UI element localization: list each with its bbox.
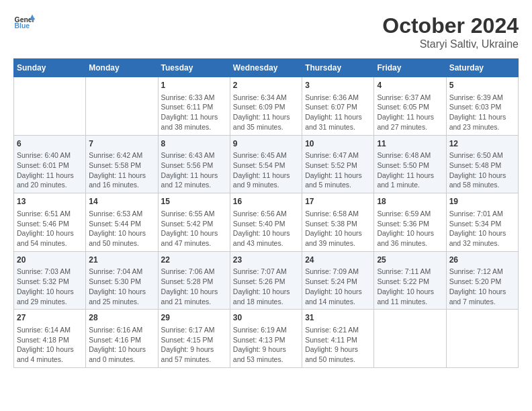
calendar-cell: 27Sunrise: 6:14 AMSunset: 4:18 PMDayligh… <box>14 310 86 368</box>
calendar-cell: 15Sunrise: 6:55 AMSunset: 5:42 PMDayligh… <box>158 193 230 252</box>
day-number: 28 <box>89 312 154 324</box>
day-number: 9 <box>233 138 299 150</box>
day-number: 13 <box>17 196 83 208</box>
day-info: Sunrise: 7:07 AMSunset: 5:26 PMDaylight:… <box>233 267 299 306</box>
logo-icon: General Blue <box>13 13 35 32</box>
day-info: Sunrise: 6:37 AMSunset: 6:05 PMDaylight:… <box>377 93 443 132</box>
day-number: 20 <box>17 255 83 266</box>
day-info: Sunrise: 7:01 AMSunset: 5:34 PMDaylight:… <box>449 209 515 248</box>
calendar-cell: 1Sunrise: 6:33 AMSunset: 6:11 PMDaylight… <box>158 77 230 136</box>
day-number: 3 <box>305 80 371 91</box>
day-number: 5 <box>449 80 515 91</box>
location-subtitle: Staryi Saltiv, Ukraine <box>382 38 519 50</box>
calendar-cell: 22Sunrise: 7:06 AMSunset: 5:28 PMDayligh… <box>158 251 230 310</box>
day-info: Sunrise: 7:12 AMSunset: 5:20 PMDaylight:… <box>449 267 515 306</box>
weekday-header-friday: Friday <box>374 59 446 77</box>
day-info: Sunrise: 6:45 AMSunset: 5:54 PMDaylight:… <box>233 150 299 190</box>
month-year-title: October 2024 <box>382 13 519 38</box>
calendar-week-4: 20Sunrise: 7:03 AMSunset: 5:32 PMDayligh… <box>14 251 519 310</box>
calendar-cell: 9Sunrise: 6:45 AMSunset: 5:54 PMDaylight… <box>230 135 302 193</box>
day-number: 12 <box>449 138 515 150</box>
calendar-week-5: 27Sunrise: 6:14 AMSunset: 4:18 PMDayligh… <box>14 310 519 368</box>
day-info: Sunrise: 6:47 AMSunset: 5:52 PMDaylight:… <box>305 150 371 190</box>
day-number: 16 <box>233 196 299 208</box>
calendar-cell: 6Sunrise: 6:40 AMSunset: 6:01 PMDaylight… <box>14 135 86 193</box>
day-info: Sunrise: 6:48 AMSunset: 5:50 PMDaylight:… <box>377 150 443 190</box>
calendar-cell: 17Sunrise: 6:58 AMSunset: 5:38 PMDayligh… <box>302 193 374 252</box>
calendar-cell: 2Sunrise: 6:34 AMSunset: 6:09 PMDaylight… <box>230 77 302 136</box>
calendar-header-row: SundayMondayTuesdayWednesdayThursdayFrid… <box>14 59 519 77</box>
calendar-cell: 3Sunrise: 6:36 AMSunset: 6:07 PMDaylight… <box>302 77 374 136</box>
day-info: Sunrise: 6:21 AMSunset: 4:11 PMDaylight:… <box>305 325 371 365</box>
day-number: 1 <box>161 80 227 91</box>
day-number: 4 <box>377 80 443 91</box>
weekday-header-saturday: Saturday <box>446 59 518 77</box>
weekday-header-sunday: Sunday <box>14 59 86 77</box>
day-info: Sunrise: 6:36 AMSunset: 6:07 PMDaylight:… <box>305 93 371 132</box>
day-info: Sunrise: 6:33 AMSunset: 6:11 PMDaylight:… <box>161 93 227 132</box>
calendar-cell: 19Sunrise: 7:01 AMSunset: 5:34 PMDayligh… <box>446 193 518 252</box>
day-info: Sunrise: 6:58 AMSunset: 5:38 PMDaylight:… <box>305 209 371 248</box>
calendar-cell: 13Sunrise: 6:51 AMSunset: 5:46 PMDayligh… <box>14 193 86 252</box>
svg-text:Blue: Blue <box>15 22 30 30</box>
day-info: Sunrise: 6:16 AMSunset: 4:16 PMDaylight:… <box>89 325 154 365</box>
weekday-header-tuesday: Tuesday <box>158 59 230 77</box>
calendar-cell: 30Sunrise: 6:19 AMSunset: 4:13 PMDayligh… <box>230 310 302 368</box>
calendar-cell: 25Sunrise: 7:11 AMSunset: 5:22 PMDayligh… <box>374 251 446 310</box>
day-info: Sunrise: 7:06 AMSunset: 5:28 PMDaylight:… <box>161 267 227 306</box>
calendar-week-3: 13Sunrise: 6:51 AMSunset: 5:46 PMDayligh… <box>14 193 519 252</box>
day-number: 2 <box>233 80 299 91</box>
day-number: 18 <box>377 196 443 208</box>
calendar-cell: 28Sunrise: 6:16 AMSunset: 4:16 PMDayligh… <box>86 310 158 368</box>
day-info: Sunrise: 6:17 AMSunset: 4:15 PMDaylight:… <box>161 325 227 365</box>
calendar-cell: 14Sunrise: 6:53 AMSunset: 5:44 PMDayligh… <box>86 193 158 252</box>
day-info: Sunrise: 6:40 AMSunset: 6:01 PMDaylight:… <box>17 150 83 190</box>
calendar-cell: 26Sunrise: 7:12 AMSunset: 5:20 PMDayligh… <box>446 251 518 310</box>
day-number: 23 <box>233 255 299 266</box>
calendar-table: SundayMondayTuesdayWednesdayThursdayFrid… <box>13 58 519 368</box>
day-info: Sunrise: 6:53 AMSunset: 5:44 PMDaylight:… <box>89 209 154 248</box>
day-info: Sunrise: 6:39 AMSunset: 6:03 PMDaylight:… <box>449 93 515 132</box>
day-number: 27 <box>17 312 83 324</box>
day-number: 15 <box>161 196 227 208</box>
weekday-header-monday: Monday <box>86 59 158 77</box>
page-header: General Blue October 2024 Staryi Saltiv,… <box>13 13 519 50</box>
calendar-cell: 23Sunrise: 7:07 AMSunset: 5:26 PMDayligh… <box>230 251 302 310</box>
calendar-cell: 10Sunrise: 6:47 AMSunset: 5:52 PMDayligh… <box>302 135 374 193</box>
day-number: 10 <box>305 138 371 150</box>
calendar-cell: 8Sunrise: 6:43 AMSunset: 5:56 PMDaylight… <box>158 135 230 193</box>
day-info: Sunrise: 6:56 AMSunset: 5:40 PMDaylight:… <box>233 209 299 248</box>
day-number: 24 <box>305 255 371 266</box>
day-info: Sunrise: 6:55 AMSunset: 5:42 PMDaylight:… <box>161 209 227 248</box>
calendar-cell: 4Sunrise: 6:37 AMSunset: 6:05 PMDaylight… <box>374 77 446 136</box>
day-info: Sunrise: 6:19 AMSunset: 4:13 PMDaylight:… <box>233 325 299 365</box>
day-info: Sunrise: 7:11 AMSunset: 5:22 PMDaylight:… <box>377 267 443 306</box>
calendar-week-1: 1Sunrise: 6:33 AMSunset: 6:11 PMDaylight… <box>14 77 519 136</box>
day-info: Sunrise: 6:59 AMSunset: 5:36 PMDaylight:… <box>377 209 443 248</box>
day-info: Sunrise: 7:04 AMSunset: 5:30 PMDaylight:… <box>89 267 154 306</box>
day-number: 31 <box>305 312 371 324</box>
day-number: 6 <box>17 138 83 150</box>
calendar-cell: 11Sunrise: 6:48 AMSunset: 5:50 PMDayligh… <box>374 135 446 193</box>
calendar-week-2: 6Sunrise: 6:40 AMSunset: 6:01 PMDaylight… <box>14 135 519 193</box>
day-number: 22 <box>161 255 227 266</box>
day-number: 17 <box>305 196 371 208</box>
calendar-cell: 31Sunrise: 6:21 AMSunset: 4:11 PMDayligh… <box>302 310 374 368</box>
day-info: Sunrise: 7:03 AMSunset: 5:32 PMDaylight:… <box>17 267 83 306</box>
calendar-cell <box>374 310 446 368</box>
day-number: 26 <box>449 255 515 266</box>
day-info: Sunrise: 7:09 AMSunset: 5:24 PMDaylight:… <box>305 267 371 306</box>
calendar-cell: 18Sunrise: 6:59 AMSunset: 5:36 PMDayligh… <box>374 193 446 252</box>
day-info: Sunrise: 6:51 AMSunset: 5:46 PMDaylight:… <box>17 209 83 248</box>
calendar-cell: 20Sunrise: 7:03 AMSunset: 5:32 PMDayligh… <box>14 251 86 310</box>
calendar-cell: 24Sunrise: 7:09 AMSunset: 5:24 PMDayligh… <box>302 251 374 310</box>
calendar-cell: 12Sunrise: 6:50 AMSunset: 5:48 PMDayligh… <box>446 135 518 193</box>
day-number: 25 <box>377 255 443 266</box>
day-number: 30 <box>233 312 299 324</box>
day-number: 19 <box>449 196 515 208</box>
calendar-cell: 29Sunrise: 6:17 AMSunset: 4:15 PMDayligh… <box>158 310 230 368</box>
day-info: Sunrise: 6:42 AMSunset: 5:58 PMDaylight:… <box>89 150 154 190</box>
calendar-cell <box>86 77 158 136</box>
calendar-cell <box>446 310 518 368</box>
weekday-header-thursday: Thursday <box>302 59 374 77</box>
